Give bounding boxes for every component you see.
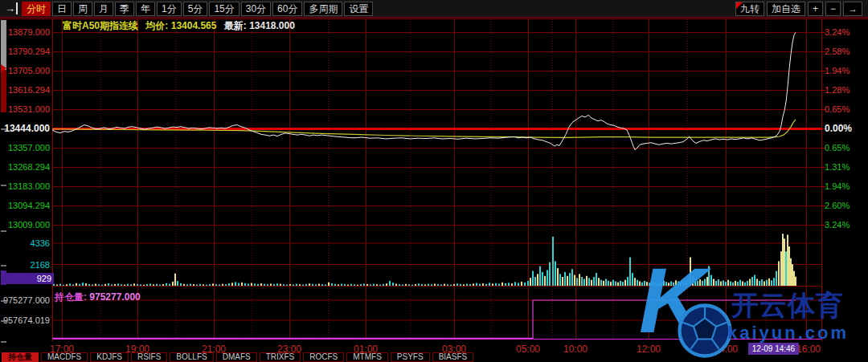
period-tab-0[interactable]: 分时 bbox=[22, 2, 51, 16]
indicator-tab-MTMFS[interactable]: MTMFS bbox=[346, 352, 388, 362]
indicator-tab-RSIFS[interactable]: RSIFS bbox=[131, 352, 167, 362]
period-tab-12[interactable]: 设置 bbox=[344, 2, 373, 16]
indicator-tab-ROCFS[interactable]: ROCFS bbox=[303, 352, 344, 362]
indicator-tab-KDJFS[interactable]: KDJFS bbox=[90, 352, 129, 362]
period-tab-7[interactable]: 5分 bbox=[183, 2, 208, 16]
toolbar-button-3[interactable]: − bbox=[825, 2, 841, 16]
instrument-name: 富时A50期指连续 bbox=[63, 20, 138, 31]
period-tab-5[interactable]: 年 bbox=[136, 2, 155, 16]
avg-price-value: 13404.565 bbox=[171, 20, 217, 31]
period-tab-11[interactable]: 多周期 bbox=[304, 2, 342, 16]
toolbar-button-0[interactable]: 九转 bbox=[735, 2, 764, 16]
toolbar-button-1[interactable]: 加自选 bbox=[767, 2, 805, 16]
open-interest-value: 975277.000 bbox=[89, 291, 140, 303]
indicator-tab-DMAFS[interactable]: DMAFS bbox=[216, 352, 257, 362]
open-interest-caption: 持仓量: bbox=[55, 291, 87, 303]
period-tab-4[interactable]: 季 bbox=[115, 2, 134, 16]
trading-app-window: 13879.00013790.29413705.00013616.2941353… bbox=[0, 0, 868, 362]
period-tab-9[interactable]: 30分 bbox=[241, 2, 271, 16]
toolbar-button-4[interactable]: → bbox=[843, 2, 862, 16]
indicator-tab-PSYFS[interactable]: PSYFS bbox=[391, 352, 430, 362]
indicator-tab-TRIXFS[interactable]: TRIXFS bbox=[260, 352, 301, 362]
indicator-tab-持仓量[interactable]: 持仓量 bbox=[2, 352, 39, 362]
toolbar-button-2[interactable]: + bbox=[808, 2, 823, 16]
last-price-label: 最新: bbox=[224, 20, 247, 31]
instrument-header: 富时A50期指连续 均价: 13404.565 最新: 13418.000 bbox=[63, 19, 295, 33]
period-tab-8[interactable]: 15分 bbox=[209, 2, 239, 16]
indicator-tab-BOLLFS[interactable]: BOLLFS bbox=[170, 352, 213, 362]
avg-price-label: 均价: bbox=[145, 20, 168, 31]
current-volume-readout: 929 bbox=[5, 273, 54, 284]
toolbar-right-group: 九转加自选+−→ bbox=[735, 2, 866, 16]
last-price-value: 13418.000 bbox=[249, 20, 295, 31]
period-tab-10[interactable]: 60分 bbox=[272, 2, 302, 16]
indicator-tabs: 持仓量MACDFSKDJFSRSIFSBOLLFSDMAFSTRIXFSROCF… bbox=[0, 352, 868, 362]
watermark: K 开云体育 kaiyun.com bbox=[627, 266, 868, 361]
watermark-brand-text: 开云体育 bbox=[731, 287, 844, 324]
period-tab-2[interactable]: 周 bbox=[73, 2, 92, 16]
indicator-tab-MACDFS[interactable]: MACDFS bbox=[41, 352, 88, 362]
watermark-url-text: kaiyun.com bbox=[727, 323, 849, 344]
period-toolbar: → 分时日周月季年1分5分15分30分60分多周期设置 九转加自选+−→ bbox=[0, 0, 868, 18]
period-tabs: 分时日周月季年1分5分15分30分60分多周期设置 bbox=[22, 2, 373, 16]
goto-start-icon[interactable]: → bbox=[2, 2, 20, 15]
period-tab-1[interactable]: 日 bbox=[52, 2, 72, 16]
indicator-tab-BIASFS[interactable]: BIASFS bbox=[432, 352, 474, 362]
period-tab-3[interactable]: 月 bbox=[94, 2, 113, 16]
open-interest-label: 持仓量: 975277.000 bbox=[55, 291, 141, 304]
period-tab-6[interactable]: 1分 bbox=[157, 2, 182, 16]
